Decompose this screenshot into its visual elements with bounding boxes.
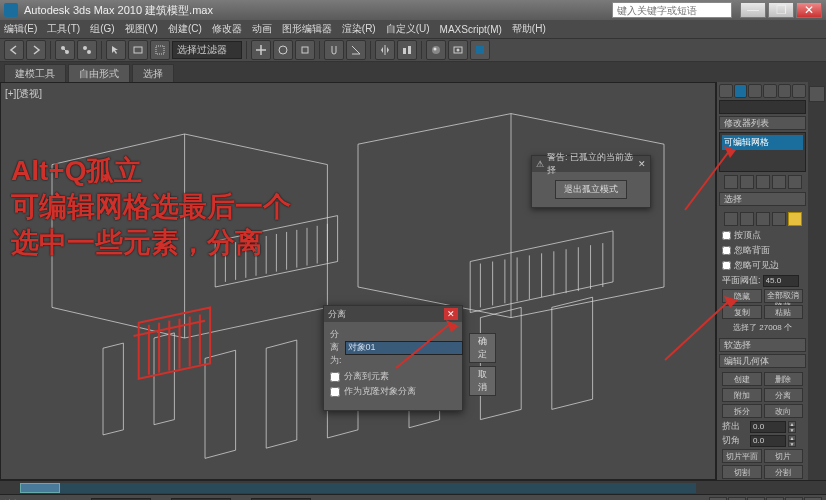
delete-button[interactable]: 删除 xyxy=(764,372,804,386)
make-unique-icon[interactable] xyxy=(756,175,770,189)
paste-ns-button[interactable]: 粘贴 xyxy=(764,305,804,319)
key-mode-button[interactable]: 🔑 xyxy=(804,497,822,501)
configure-sets-icon[interactable] xyxy=(788,175,802,189)
element-subobj-button[interactable] xyxy=(788,212,802,226)
align-button[interactable] xyxy=(397,40,417,60)
material-editor-button[interactable] xyxy=(426,40,446,60)
slice-button[interactable]: 切片 xyxy=(764,449,804,463)
tab-modeling[interactable]: 建模工具 xyxy=(4,64,66,82)
modifier-list-dropdown[interactable]: 修改器列表 xyxy=(719,116,806,130)
selection-rollout[interactable]: 选择 xyxy=(719,192,806,206)
rotate-button[interactable] xyxy=(273,40,293,60)
menu-group[interactable]: 组(G) xyxy=(90,22,114,36)
by-vertex-checkbox[interactable] xyxy=(722,231,731,240)
time-slider-thumb[interactable] xyxy=(20,483,60,493)
menu-modifiers[interactable]: 修改器 xyxy=(212,22,242,36)
menu-create[interactable]: 创建(C) xyxy=(168,22,202,36)
unhide-all-button[interactable]: 全部取消隐藏 xyxy=(764,289,804,303)
goto-start-button[interactable]: ⏮ xyxy=(709,497,727,501)
spinner-down-icon[interactable]: ▼ xyxy=(788,427,796,433)
show-end-result-icon[interactable] xyxy=(740,175,754,189)
move-button[interactable] xyxy=(251,40,271,60)
mirror-button[interactable] xyxy=(375,40,395,60)
select-button[interactable] xyxy=(106,40,126,60)
isolate-warning-dialog[interactable]: ⚠ 警告: 已孤立的当前选择 ✕ 退出孤立模式 xyxy=(531,155,651,208)
polygon-subobj-button[interactable] xyxy=(772,212,786,226)
menu-animation[interactable]: 动画 xyxy=(252,22,272,36)
face-subobj-button[interactable] xyxy=(756,212,770,226)
scale-button[interactable] xyxy=(295,40,315,60)
angle-snap-button[interactable] xyxy=(346,40,366,60)
soft-selection-rollout[interactable]: 软选择 xyxy=(719,338,806,352)
render-setup-button[interactable] xyxy=(448,40,468,60)
create-panel-icon[interactable] xyxy=(719,84,733,98)
edge-subobj-button[interactable] xyxy=(740,212,754,226)
copy-ns-button[interactable]: 复制 xyxy=(722,305,762,319)
planar-threshold-input[interactable] xyxy=(763,275,799,287)
prev-frame-button[interactable]: ◀ xyxy=(728,497,746,501)
turn-button[interactable]: 改向 xyxy=(764,404,804,418)
split-button[interactable]: 分割 xyxy=(764,465,804,479)
tab-selection[interactable]: 选择 xyxy=(132,64,174,82)
create-button[interactable]: 创建 xyxy=(722,372,762,386)
help-search-input[interactable] xyxy=(612,2,732,18)
remove-modifier-icon[interactable] xyxy=(772,175,786,189)
menu-views[interactable]: 视图(V) xyxy=(125,22,158,36)
tab-freeform[interactable]: 自由形式 xyxy=(68,64,130,82)
hide-button[interactable]: 隐藏 xyxy=(722,289,762,303)
menu-maxscript[interactable]: MAXScript(M) xyxy=(440,24,502,35)
detach-to-element-checkbox[interactable] xyxy=(330,372,340,382)
undo-button[interactable] xyxy=(4,40,24,60)
object-name-input[interactable] xyxy=(719,100,806,114)
close-icon[interactable]: ✕ xyxy=(444,308,458,320)
close-icon[interactable]: ✕ xyxy=(638,159,646,169)
menu-help[interactable]: 帮助(H) xyxy=(512,22,546,36)
redo-button[interactable] xyxy=(26,40,46,60)
viewport-perspective[interactable]: [+][透视] xyxy=(0,82,716,480)
detach-dialog[interactable]: 分离 ✕ 分离为: 分离到元素 作为克隆对象分离 确定 取消 xyxy=(323,305,463,411)
time-slider[interactable] xyxy=(0,480,826,494)
exit-isolate-button[interactable]: 退出孤立模式 xyxy=(555,180,627,199)
menu-customize[interactable]: 自定义(U) xyxy=(386,22,430,36)
break-button[interactable]: 拆分 xyxy=(722,404,762,418)
spinner-down-icon[interactable]: ▼ xyxy=(788,441,796,447)
next-frame-button[interactable]: ▶ xyxy=(766,497,784,501)
ignore-backfacing-checkbox[interactable] xyxy=(722,246,731,255)
panel-dock-icon[interactable] xyxy=(809,86,825,102)
display-panel-icon[interactable] xyxy=(778,84,792,98)
selection-filter-dropdown[interactable] xyxy=(172,41,242,59)
maximize-button[interactable]: ❐ xyxy=(768,2,794,18)
motion-panel-icon[interactable] xyxy=(763,84,777,98)
slice-plane-button[interactable]: 切片平面 xyxy=(722,449,762,463)
link-button[interactable] xyxy=(55,40,75,60)
select-by-name-button[interactable] xyxy=(128,40,148,60)
modifier-stack[interactable]: 可编辑网格 xyxy=(719,132,806,172)
minimize-button[interactable]: — xyxy=(740,2,766,18)
edit-geometry-rollout[interactable]: 编辑几何体 xyxy=(719,354,806,368)
close-button[interactable]: ✕ xyxy=(796,2,822,18)
goto-end-button[interactable]: ⏭ xyxy=(785,497,803,501)
detach-button[interactable]: 分离 xyxy=(764,388,804,402)
ignore-visible-edges-checkbox[interactable] xyxy=(722,261,731,270)
modify-panel-icon[interactable] xyxy=(734,84,748,98)
vertex-subobj-button[interactable] xyxy=(724,212,738,226)
select-region-button[interactable] xyxy=(150,40,170,60)
hierarchy-panel-icon[interactable] xyxy=(748,84,762,98)
detach-as-clone-checkbox[interactable] xyxy=(330,387,340,397)
detach-name-input[interactable] xyxy=(345,341,463,355)
chamfer-input[interactable] xyxy=(750,435,786,447)
pin-stack-icon[interactable] xyxy=(724,175,738,189)
menu-rendering[interactable]: 渲染(R) xyxy=(342,22,376,36)
menu-edit[interactable]: 编辑(E) xyxy=(4,22,37,36)
render-button[interactable] xyxy=(470,40,490,60)
snap-toggle-button[interactable] xyxy=(324,40,344,60)
ok-button[interactable]: 确定 xyxy=(469,333,496,363)
utilities-panel-icon[interactable] xyxy=(792,84,806,98)
play-button[interactable]: ▶ xyxy=(747,497,765,501)
unlink-button[interactable] xyxy=(77,40,97,60)
cut-button[interactable]: 切割 xyxy=(722,465,762,479)
menu-graph-editors[interactable]: 图形编辑器 xyxy=(282,22,332,36)
modifier-stack-item[interactable]: 可编辑网格 xyxy=(722,135,803,150)
menu-tools[interactable]: 工具(T) xyxy=(47,22,80,36)
viewport-label[interactable]: [+][透视] xyxy=(5,87,42,101)
